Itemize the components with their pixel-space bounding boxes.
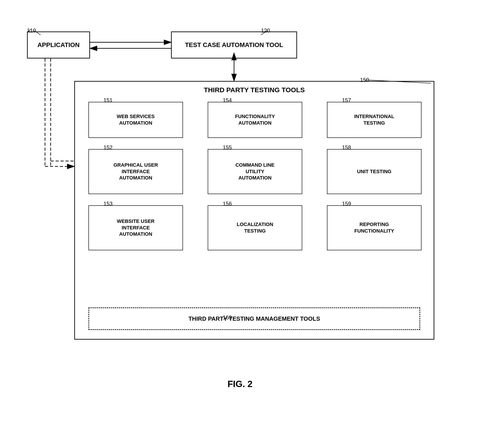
box-155: COMMAND LINEUTILITYAUTOMATION [208, 149, 302, 194]
box-153: WEBSITE USERINTERFACEAUTOMATION [88, 205, 183, 250]
figure-caption: FIG. 2 [14, 379, 466, 389]
tcat-box: TEST CASE AUTOMATION TOOL [171, 32, 297, 58]
ref-151: 151 [104, 97, 113, 103]
ref-155: 155 [223, 144, 232, 151]
ref-160: 160 [223, 314, 232, 321]
ref-110-arrow: ↙ [27, 28, 31, 34]
box-156: LOCALIZATIONTESTING [208, 205, 302, 250]
ref-150: 150 [360, 77, 369, 83]
tptmt-box: THIRD PARTY TESTING MANAGEMENT TOOLS [88, 307, 420, 330]
application-label: APPLICATION [37, 41, 80, 48]
tcat-label: TEST CASE AUTOMATION TOOL [185, 41, 283, 48]
ref-120: 120 [261, 28, 270, 34]
box-158: UNIT TESTING [327, 149, 422, 194]
ref-153: 153 [104, 201, 113, 207]
box-159: REPORTINGFUNCTIONALITY [327, 205, 422, 250]
ref-158: 158 [342, 144, 351, 151]
ref-154: 154 [223, 97, 232, 103]
ref-159: 159 [342, 201, 351, 207]
box-157: INTERNATIONALTESTING [327, 102, 422, 138]
box-154: FUNCTIONALITYAUTOMATION [208, 102, 302, 138]
diagram-container: APPLICATION 110 ↙ TEST CASE AUTOMATION T… [14, 14, 466, 407]
application-box: APPLICATION [27, 32, 90, 58]
tptmt-label: THIRD PARTY TESTING MANAGEMENT TOOLS [188, 315, 320, 322]
ref-157: 157 [342, 97, 351, 103]
ref-156: 156 [223, 201, 232, 207]
box-151: WEB SERVICESAUTOMATION [88, 102, 183, 138]
ref-152: 152 [104, 144, 113, 151]
tptt-outer-box: THIRD PARTY TESTING TOOLS WEB SERVICESAU… [74, 81, 434, 340]
box-152: GRAPHICAL USERINTERFACEAUTOMATION [88, 149, 183, 194]
tptt-title: THIRD PARTY TESTING TOOLS [75, 86, 434, 94]
